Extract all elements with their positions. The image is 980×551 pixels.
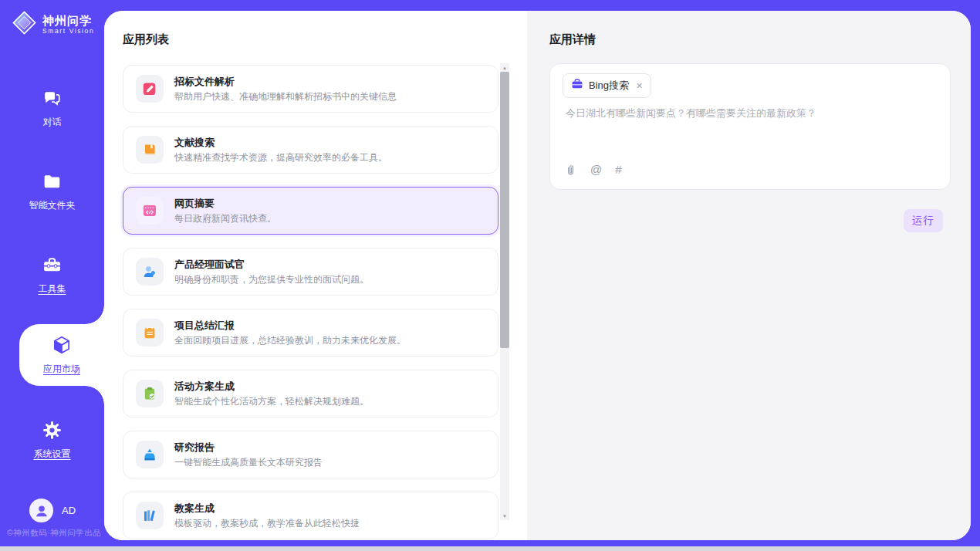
cube-icon — [51, 334, 73, 359]
chat-icon — [42, 88, 63, 112]
app-card-research-report[interactable]: 研究报告 一键智能生成高质量长文本研究报告 — [123, 431, 498, 478]
scroll-up-icon[interactable]: ▲ — [500, 63, 509, 72]
sidebar-item-label: 应用市场 — [43, 363, 80, 376]
gear-icon — [42, 420, 63, 444]
interviewer-icon — [136, 258, 164, 286]
scroll-down-icon[interactable]: ▼ — [500, 512, 509, 520]
app-card-event-plan[interactable]: 活动方案生成 智能生成个性化活动方案，轻松解决规划难题。 — [123, 370, 498, 417]
app-card-desc: 每日政府新闻资讯快查。 — [174, 212, 276, 225]
query-input[interactable]: 今日湖北有哪些新闻要点？有哪些需要关注的最新政策？ — [566, 106, 936, 120]
sidebar: 神州问学 Smart Vision 对话 智能文件夹 — [0, 0, 104, 546]
list-scrollbar[interactable]: ▲ ▼ — [500, 63, 509, 520]
sidebar-item-label: 工具集 — [39, 282, 66, 296]
app-card-desc: 快速精准查找学术资源，提高研究效率的必备工具。 — [174, 151, 387, 164]
app-card-project-summary[interactable]: 项目总结汇报 全面回顾项目进展，总结经验教训，助力未来优化发展。 — [123, 309, 498, 357]
sidebar-item-label: 对话 — [43, 116, 62, 129]
app-list: 招标文件解析 帮助用户快速、准确地理解和解析招标书中的关键信息 文献搜索 — [123, 65, 498, 539]
toolbox-icon — [42, 255, 63, 279]
copyright-text: ©神州数码·神州问学出品 — [7, 528, 101, 539]
app-card-name: 活动方案生成 — [174, 380, 369, 393]
sidebar-item-settings[interactable]: 系统设置 — [0, 420, 104, 461]
sidebar-item-label: 智能文件夹 — [29, 199, 76, 212]
brand-tagline: Smart Vision — [42, 27, 94, 35]
app-card-web-summary[interactable]: 网页摘要 每日政府新闻资讯快查。 — [123, 187, 498, 235]
brand-name: 神州问学 — [42, 14, 94, 27]
app-card-desc: 全面回顾项目进展，总结经验教训，助力未来优化发展。 — [174, 334, 406, 346]
app-detail-panel: 应用详情 Bing搜索 ✕ 今日湖北有哪些新闻要点？有哪些需要关注的最新政策？ — [527, 11, 971, 540]
sidebar-item-label: 系统设置 — [34, 448, 71, 461]
app-card-bid-analysis[interactable]: 招标文件解析 帮助用户快速、准确地理解和解析招标书中的关键信息 — [123, 65, 498, 113]
app-card-lesson-plan[interactable]: 教案生成 模板驱动，教案秒成，教学准备从此轻松快捷 — [123, 492, 498, 539]
app-list-panel: 应用列表 招标文件解析 帮助用户快速、准确地理解和解析招标书中的关键信息 — [104, 11, 527, 540]
app-card-name: 网页摘要 — [174, 197, 276, 210]
app-canvas: 神州问学 Smart Vision 对话 智能文件夹 — [0, 0, 980, 546]
clipboard-check-icon — [136, 380, 164, 407]
sidebar-item-smart-folder[interactable]: 智能文件夹 — [0, 171, 104, 212]
input-toolbar: @ # — [564, 163, 622, 177]
notepad-icon — [136, 319, 164, 346]
app-card-pm-interviewer[interactable]: 产品经理面试官 明确身份和职责，为您提供专业性的面试问题。 — [123, 248, 498, 296]
edit-document-icon — [136, 75, 164, 103]
app-card-literature-search[interactable]: 文献搜索 快速精准查找学术资源，提高研究效率的必备工具。 — [123, 126, 498, 174]
app-card-name: 产品经理面试官 — [174, 258, 369, 271]
ink-report-icon — [136, 441, 164, 468]
app-card-desc: 一键智能生成高质量长文本研究报告 — [174, 456, 323, 468]
app-card-desc: 帮助用户快速、准确地理解和解析招标书中的关键信息 — [174, 90, 397, 103]
diamond-logo-icon — [12, 11, 36, 38]
tool-chip-bing-search[interactable]: Bing搜索 ✕ — [563, 73, 651, 98]
app-card-desc: 智能生成个性化活动方案，轻松解决规划难题。 — [174, 395, 369, 407]
sidebar-item-toolbox[interactable]: 工具集 — [0, 255, 104, 296]
app-list-title: 应用列表 — [123, 31, 527, 48]
app-detail-title: 应用详情 — [549, 31, 971, 48]
sidebar-item-chat[interactable]: 对话 — [0, 88, 104, 129]
mention-icon[interactable]: @ — [590, 163, 602, 177]
sidebar-item-app-market[interactable]: 应用市场 — [19, 324, 104, 386]
app-card-name: 教案生成 — [174, 502, 360, 515]
main-container: 应用列表 招标文件解析 帮助用户快速、准确地理解和解析招标书中的关键信息 — [104, 11, 971, 540]
close-icon[interactable]: ✕ — [636, 81, 643, 91]
hashtag-icon[interactable]: # — [615, 163, 621, 177]
app-card-name: 研究报告 — [174, 441, 323, 454]
tool-chip-label: Bing搜索 — [589, 79, 629, 93]
brand-logo: 神州问学 Smart Vision — [12, 11, 94, 38]
user-name: AD — [62, 505, 76, 516]
folder-icon — [42, 171, 63, 195]
run-button[interactable]: 运行 — [904, 209, 943, 232]
briefcase-icon — [571, 78, 583, 93]
app-card-desc: 模板驱动，教案秒成，教学准备从此轻松快捷 — [174, 517, 360, 529]
paperclip-icon[interactable] — [564, 164, 577, 177]
book-icon — [136, 136, 164, 164]
app-card-name: 项目总结汇报 — [174, 319, 406, 332]
app-card-name: 招标文件解析 — [174, 75, 397, 88]
books-icon — [136, 502, 164, 529]
user-account[interactable]: AD — [29, 499, 76, 522]
app-card-name: 文献搜索 — [174, 136, 387, 149]
avatar — [29, 499, 53, 522]
prompt-input-card[interactable]: Bing搜索 ✕ 今日湖北有哪些新闻要点？有哪些需要关注的最新政策？ @ # — [549, 63, 951, 190]
webpage-code-icon — [136, 197, 164, 225]
scrollbar-thumb[interactable] — [500, 72, 509, 348]
app-card-desc: 明确身份和职责，为您提供专业性的面试问题。 — [174, 273, 369, 286]
